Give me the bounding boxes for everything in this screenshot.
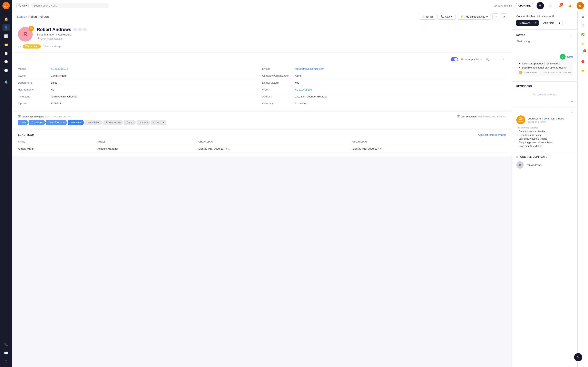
show-empty-toggle[interactable]	[450, 57, 458, 61]
search-filter-dropdown[interactable]: 🔍 All ▾	[16, 3, 29, 8]
help-button[interactable]: ?	[574, 353, 582, 361]
settings-button[interactable]: ⚙	[501, 13, 507, 20]
convert-text: Convert this lead into a contact?	[516, 15, 554, 18]
field-value[interactable]: rob.andrews@gmail.com	[295, 67, 324, 70]
fr-checklist-icon[interactable]: ✅	[579, 31, 587, 38]
breadcrumb-leads-link[interactable]: Leads	[17, 15, 25, 18]
bell-icon[interactable]: 🔔	[567, 2, 573, 9]
email-button[interactable]: ✉️ Email	[419, 14, 436, 20]
nav-settings-icon[interactable]: ⚙️	[2, 78, 10, 86]
stage-item[interactable]: C.../Un... ▾	[151, 120, 166, 125]
nav-analytics-icon[interactable]: 📊	[2, 33, 10, 40]
convert-dropdown[interactable]: ▾	[533, 20, 539, 26]
add-note-icon[interactable]: +	[568, 33, 573, 38]
stage-pill[interactable]: Interested	[68, 120, 84, 125]
field-value[interactable]: +1-203955124	[51, 67, 68, 70]
field-row: CompanyAcme Corp	[262, 100, 506, 107]
profile-subtitle: Sales Manager • Acme Corp	[37, 33, 506, 36]
stage-item[interactable]: Sent Proposal	[46, 120, 68, 125]
field-value[interactable]: Acme Corp	[295, 102, 308, 105]
field-value[interactable]: +1-210498104	[295, 88, 312, 91]
add-tag-button[interactable]: Click to add tags	[43, 45, 61, 48]
stage-pill[interactable]: Inactive	[137, 120, 151, 125]
stage-item[interactable]: Under review	[103, 120, 124, 125]
stage-more[interactable]: C.../Un... ▾	[151, 120, 166, 125]
notes-header: NOTES +	[516, 33, 573, 38]
nav-chat-icon[interactable]: 💬	[2, 58, 10, 66]
stage-pill[interactable]: Negotiation	[85, 120, 103, 125]
nav-contacts-icon[interactable]: 👤	[2, 24, 10, 31]
breadcrumb: Leads › Robert Andrews	[17, 15, 49, 18]
nav-files-icon[interactable]: 📁	[2, 41, 10, 48]
upgrade-button[interactable]: UPGRADE	[516, 3, 533, 8]
field-row: Mobile+1-203955124	[18, 66, 262, 72]
factor-arrow: ↑	[516, 134, 518, 136]
nav-dots-icon[interactable]: ⣿	[2, 358, 10, 365]
social-icon-2[interactable]	[78, 28, 82, 31]
fr-red-badge-icon[interactable]: 📋 !	[579, 49, 587, 56]
field-value: (GMT+05:30) Chennai	[51, 95, 77, 98]
social-icon-1[interactable]	[73, 28, 77, 31]
add-activity-button[interactable]: ⚡ Add sales activity ▾	[457, 14, 491, 20]
stage-item[interactable]: Contacted	[29, 120, 46, 125]
call-icon-sm: 📞	[441, 15, 444, 18]
more-options-button[interactable]: ⋯	[493, 13, 499, 20]
fr-red-icon2[interactable]: 🔴	[579, 58, 587, 65]
search-fields-icon[interactable]: 🔍	[484, 57, 490, 62]
warm-lead-tag[interactable]: Warm Lead	[23, 44, 41, 49]
location-field[interactable]: 📍 Click to add location	[37, 37, 506, 40]
fr-folder-icon[interactable]: 📁	[579, 40, 587, 47]
nav-home-icon[interactable]: 🏠	[2, 15, 10, 23]
stage-pill[interactable]: Demo	[124, 120, 136, 125]
stage-item[interactable]: Interested	[68, 120, 85, 125]
notifications-icon[interactable]: 🔔 1	[557, 2, 563, 9]
duplicate-header: 1 POSSIBLE DUPLICATE ⓘ	[516, 155, 573, 159]
add-reminder-button[interactable]: +	[516, 99, 573, 104]
duplicate-info-icon[interactable]: ⓘ	[549, 155, 551, 159]
note-item: looking to purchase for 10 userspossible…	[516, 59, 573, 76]
stage-item[interactable]: New	[18, 120, 29, 125]
user-avatar[interactable]: G	[577, 2, 584, 9]
stage-item[interactable]: Negotiation	[85, 120, 103, 125]
prev-icon[interactable]: ‹	[493, 57, 498, 62]
collapse-score-icon[interactable]: ▲	[571, 111, 573, 114]
next-icon[interactable]: ›	[501, 57, 506, 62]
factor-text: Outgoing phone call completed	[519, 141, 553, 144]
stage-pill[interactable]: New	[18, 120, 29, 125]
notes-save-button[interactable]: Save	[567, 55, 573, 58]
company-link[interactable]: Acme Corp	[58, 33, 71, 36]
field-label: Owner	[18, 74, 51, 77]
email-icon[interactable]: ✉️	[547, 2, 554, 9]
action-bar: Leads › Robert Andrews ✉️ Email 📞 Call ▾	[12, 11, 512, 22]
notes-section: NOTES + G Save looking to purchase for 1…	[512, 30, 577, 82]
stage-track: NewContactedSent ProposalInterestedNegot…	[18, 120, 506, 125]
stage-item[interactable]: Demo	[124, 120, 137, 125]
add-task-button[interactable]: Add task	[540, 20, 557, 26]
stage-pill[interactable]: Sent Proposal	[46, 120, 67, 125]
stage-pill[interactable]: Contacted	[29, 120, 46, 125]
team-header: LEAD TEAM Add/Edit team members	[18, 133, 506, 136]
stage-item[interactable]: Inactive	[137, 120, 151, 125]
notes-input[interactable]	[516, 40, 573, 52]
nav-phone-icon[interactable]: 📞	[2, 341, 10, 348]
field-row: Do not disturbYes	[262, 79, 506, 86]
convert-button[interactable]: Convert	[516, 20, 533, 26]
search-input[interactable]	[34, 4, 106, 7]
fr-image-icon[interactable]: 🖼	[579, 13, 587, 20]
call-button[interactable]: 📞 Call ▾	[438, 14, 455, 20]
social-icon-3[interactable]	[83, 28, 87, 31]
note-meta: G Gavin Anders Mon 30 Mar, 2020 11:53 AM	[519, 71, 571, 75]
nav-logo[interactable]: 🦊	[2, 2, 10, 9]
search-box[interactable]	[31, 3, 109, 8]
nav-clock-icon[interactable]: 🕐	[2, 67, 10, 74]
new-item-button[interactable]: +	[536, 2, 544, 9]
add-edit-team-link[interactable]: Add/Edit team members	[478, 133, 506, 136]
stage-pill[interactable]: Under review	[103, 120, 123, 125]
add-task-dropdown[interactable]: ▾	[557, 20, 562, 26]
fr-doc-icon[interactable]: 📄	[579, 22, 587, 29]
score-badge-lg: 39 Warm	[516, 115, 525, 124]
right-panel: Convert this lead into a contact? Conver…	[512, 11, 577, 367]
fr-handshake-icon[interactable]: 🤝	[579, 67, 587, 74]
nav-email-icon[interactable]: ✉️	[2, 349, 10, 356]
nav-reports-icon[interactable]: 📋	[2, 50, 10, 57]
